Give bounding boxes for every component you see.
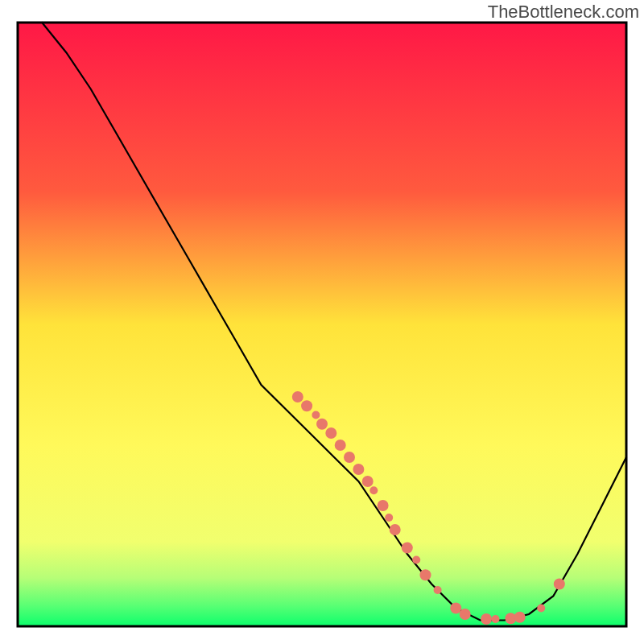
data-point	[344, 452, 355, 463]
data-point	[390, 524, 401, 535]
data-point	[434, 586, 442, 594]
data-point	[353, 464, 364, 475]
data-point	[301, 400, 312, 411]
data-point	[325, 427, 336, 439]
data-point	[412, 556, 420, 564]
data-point	[402, 543, 413, 554]
data-point	[369, 486, 378, 494]
data-point	[481, 613, 492, 625]
data-point	[292, 391, 303, 402]
data-point	[316, 419, 328, 430]
data-point	[450, 603, 461, 614]
data-point	[362, 476, 374, 487]
data-point	[378, 500, 389, 511]
bottleneck-chart	[0, 0, 644, 644]
gradient-background	[18, 23, 626, 626]
data-point	[420, 569, 431, 580]
data-point	[312, 411, 320, 419]
watermark-text: TheBottleneck.com	[488, 2, 639, 23]
data-point	[492, 615, 500, 623]
data-point	[385, 514, 393, 522]
data-point	[537, 605, 545, 613]
chart-frame: TheBottleneck.com	[0, 0, 644, 644]
data-point	[554, 579, 565, 590]
data-point	[460, 609, 471, 620]
data-point	[514, 612, 526, 623]
data-point	[335, 440, 346, 451]
